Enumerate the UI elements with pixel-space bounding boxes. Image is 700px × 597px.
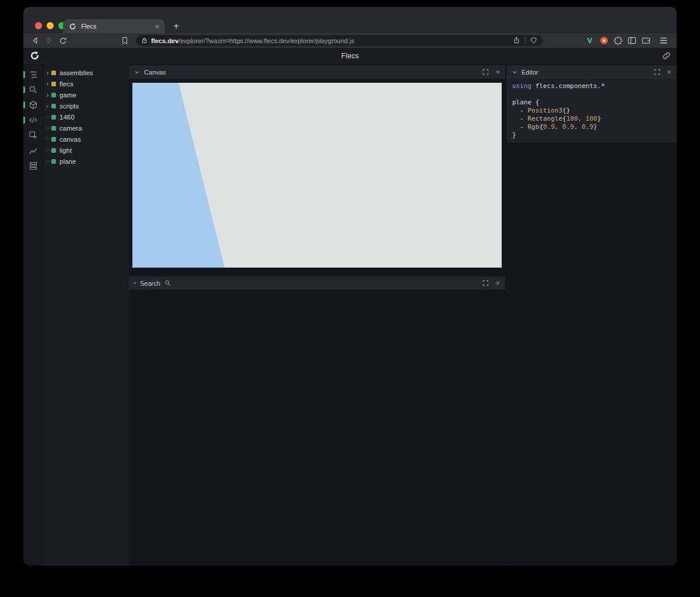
browser-tab[interactable]: Flecs × <box>63 19 164 33</box>
close-panel-icon[interactable]: × <box>495 68 500 76</box>
fullscreen-icon[interactable] <box>482 69 489 75</box>
sidebar-scene-icon[interactable] <box>23 100 44 110</box>
entity-kind-square <box>51 71 56 75</box>
entity-label: game <box>60 92 76 99</box>
entity-label: plane <box>60 158 76 165</box>
close-window-button[interactable] <box>35 22 42 29</box>
code-line[interactable]: plane { <box>512 99 671 107</box>
sidebar-code-icon[interactable] <box>23 115 44 125</box>
flecs-favicon-icon <box>69 23 76 30</box>
entity-label: assemblies <box>60 69 93 76</box>
page-title: Flecs <box>23 52 677 60</box>
entity-kind-square <box>51 93 56 97</box>
tree-item-flecs[interactable]: ›flecs <box>44 78 129 89</box>
tree-item-scripts[interactable]: ›scripts <box>44 100 129 111</box>
tree-item-1460[interactable]: 1460 <box>44 111 129 122</box>
sidebar-search-icon[interactable] <box>23 85 44 95</box>
url-text: flecs.dev/explorer/?wasm=https://www.fle… <box>151 37 354 44</box>
entity-kind-square <box>51 137 56 142</box>
extension-orange-icon[interactable] <box>597 34 610 47</box>
tree-item-plane[interactable]: plane <box>44 156 129 167</box>
code-line[interactable] <box>512 90 671 99</box>
new-tab-button[interactable]: + <box>169 19 183 33</box>
back-button[interactable] <box>29 34 41 47</box>
chevron-down-icon[interactable] <box>134 69 140 75</box>
sidebar-inspect-icon[interactable] <box>23 130 44 141</box>
editor-code[interactable]: using flecs.components.* plane { - Posit… <box>506 79 677 143</box>
sidebar-rows-icon[interactable] <box>23 160 44 171</box>
forward-button[interactable] <box>43 34 55 47</box>
wallet-icon[interactable] <box>639 34 652 47</box>
editor-panel-title: Editor <box>522 69 538 76</box>
tree-item-assemblies[interactable]: ›assemblies <box>44 67 129 78</box>
tree-item-camera[interactable]: camera <box>44 122 129 134</box>
editor-panel-header: Editor × <box>506 65 677 79</box>
close-panel-icon[interactable]: × <box>667 68 671 76</box>
menu-button[interactable] <box>657 34 670 47</box>
brave-shield-icon[interactable] <box>530 37 537 44</box>
sidebar-tree-icon[interactable] <box>23 69 44 80</box>
url-domain: flecs.dev <box>151 37 178 44</box>
toolbar-divider <box>525 37 526 44</box>
entity-label: light <box>60 147 72 154</box>
tree-branch-line <box>44 128 51 128</box>
code-line[interactable]: using flecs.components.* <box>512 82 671 90</box>
fullscreen-icon[interactable] <box>654 69 660 75</box>
search-panel-title: Search <box>140 280 160 287</box>
window-controls <box>35 22 65 29</box>
tree-item-game[interactable]: ›game <box>44 89 129 100</box>
navigation-bar: flecs.dev/explorer/?wasm=https://www.fle… <box>23 33 677 48</box>
tab-bar: Flecs × + <box>23 7 677 33</box>
share-icon[interactable] <box>513 37 520 44</box>
entity-label: scripts <box>60 103 79 110</box>
chevron-down-icon[interactable] <box>512 69 517 75</box>
entity-kind-square <box>51 104 56 108</box>
tree-item-light[interactable]: light <box>44 145 129 156</box>
tree-item-canvas[interactable]: canvas <box>44 134 129 145</box>
app-header: Flecs <box>23 48 677 64</box>
canvas-panel-header: Canvas × <box>129 65 505 79</box>
minimize-window-button[interactable] <box>47 22 54 29</box>
close-panel-icon[interactable]: × <box>495 279 500 287</box>
search-panel-header[interactable]: Search × <box>129 276 505 290</box>
permalink-icon[interactable] <box>662 51 671 60</box>
expand-arrow-icon[interactable]: › <box>44 92 51 99</box>
collapsed-dot-icon <box>134 282 136 284</box>
flecs-logo-icon[interactable] <box>30 51 40 61</box>
code-line[interactable]: } <box>512 131 671 139</box>
entity-label: camera <box>60 125 82 132</box>
url-path: /explorer/?wasm=https://www.flecs.dev/ex… <box>178 37 354 44</box>
reload-button[interactable] <box>57 34 69 47</box>
tree-branch-line <box>44 150 51 150</box>
code-line[interactable]: - Rgb{0.9, 0.9, 0.9} <box>512 123 671 131</box>
tab-close-icon[interactable]: × <box>155 23 159 30</box>
bookmark-icon[interactable] <box>118 34 131 47</box>
expand-arrow-icon[interactable]: › <box>44 103 51 110</box>
canvas-3d-viewport[interactable] <box>132 83 502 268</box>
entity-tree: ›assemblies›flecs›game›scripts1460camera… <box>44 64 129 566</box>
entity-label: 1460 <box>60 114 75 121</box>
lock-icon <box>141 37 148 44</box>
sidebar-stats-icon[interactable] <box>23 145 44 156</box>
entity-kind-square <box>51 126 56 131</box>
expand-arrow-icon[interactable]: › <box>44 80 51 87</box>
tree-branch-line <box>44 117 51 117</box>
tree-branch-line <box>44 161 51 161</box>
entity-kind-square <box>51 148 56 153</box>
fullscreen-icon[interactable] <box>482 280 489 286</box>
search-icon <box>164 280 171 286</box>
entity-label: flecs <box>60 80 74 87</box>
code-line[interactable]: - Position3{} <box>512 107 671 115</box>
tool-strip <box>23 64 44 566</box>
extension-v-icon[interactable]: V <box>583 34 596 47</box>
expand-arrow-icon[interactable]: › <box>44 69 51 76</box>
tree-branch-line <box>44 139 51 139</box>
sidebar-toggle-icon[interactable] <box>625 34 638 47</box>
browser-window: Flecs × + flecs.dev/explorer/?wasm=https… <box>23 7 677 566</box>
entity-label: canvas <box>60 136 80 143</box>
extensions-puzzle-icon[interactable] <box>611 34 624 47</box>
url-bar[interactable]: flecs.dev/explorer/?wasm=https://www.fle… <box>136 35 542 46</box>
code-line[interactable]: - Rectangle{100, 100} <box>512 115 671 123</box>
tab-title: Flecs <box>81 23 155 30</box>
flecs-explorer-page: Flecs <box>23 48 677 566</box>
